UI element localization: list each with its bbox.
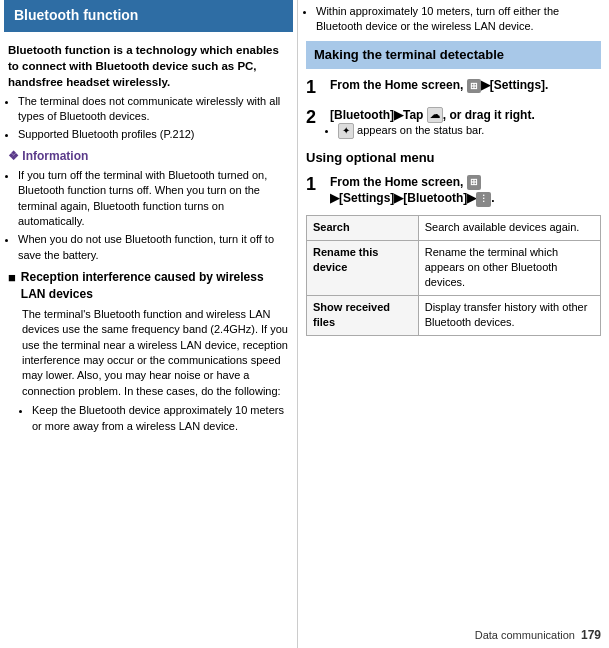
- page-container: Bluetooth function Bluetooth function is…: [0, 0, 609, 648]
- status-bar-icon: ✦: [338, 123, 354, 139]
- continue-bullets: Within approximately 10 meters, turn off…: [316, 4, 601, 35]
- step-2: 2 [Bluetooth]▶Tap ☁, or drag it right. ✦…: [306, 107, 601, 142]
- optional-step-1-content: From the Home screen, ⊞▶[Settings]▶[Blue…: [330, 174, 601, 208]
- optional-table: Search Search available devices again. R…: [306, 215, 601, 335]
- table-cell-label: Search: [307, 216, 419, 240]
- left-content: Bluetooth function is a technology which…: [0, 38, 297, 440]
- page-number: 179: [581, 627, 601, 644]
- left-column: Bluetooth function Bluetooth function is…: [0, 0, 298, 648]
- reception-body: The terminal's Bluetooth function and wi…: [22, 307, 289, 399]
- making-header: Making the terminal detectable: [306, 41, 601, 69]
- bluetooth-toggle-icon: ☁: [427, 107, 443, 123]
- continue-bullet-item: Within approximately 10 meters, turn off…: [316, 4, 601, 35]
- step-2-title: [Bluetooth]▶Tap ☁, or drag it right.: [330, 108, 535, 122]
- info-bullets: If you turn off the terminal with Blueto…: [8, 168, 289, 263]
- main-bullets: The terminal does not communicate wirele…: [18, 94, 289, 142]
- table-cell-value: Display transfer history with other Blue…: [418, 295, 600, 335]
- home-icon: ⊞: [467, 79, 481, 94]
- reception-section: Reception interference caused by wireles…: [8, 269, 289, 434]
- step-number-1: 1: [306, 77, 322, 99]
- step-2-content: [Bluetooth]▶Tap ☁, or drag it right. ✦ a…: [330, 107, 601, 142]
- table-row: Rename this device Rename the terminal w…: [307, 240, 601, 295]
- footer-bar: Data communication 179: [298, 623, 609, 648]
- reception-bullet-item: Keep the Bluetooth device approximately …: [32, 403, 289, 434]
- intro-text: Bluetooth function is a technology which…: [8, 42, 289, 90]
- step-1-title: From the Home screen, ⊞▶[Settings].: [330, 78, 548, 92]
- using-optional-title: Using optional menu: [306, 149, 601, 167]
- step-2-sub: ✦ appears on the status bar.: [338, 123, 601, 139]
- info-bullet-item: If you turn off the terminal with Blueto…: [18, 168, 289, 230]
- table-row: Search Search available devices again.: [307, 216, 601, 240]
- table-row: Show received files Display transfer his…: [307, 295, 601, 335]
- bullet-item: The terminal does not communicate wirele…: [18, 94, 289, 125]
- menu-icon: ⋮: [476, 192, 491, 207]
- step-1: 1 From the Home screen, ⊞▶[Settings].: [306, 77, 601, 99]
- right-content: Within approximately 10 meters, turn off…: [298, 0, 609, 340]
- right-column: Within approximately 10 meters, turn off…: [298, 0, 609, 648]
- step-2-sub-item: ✦ appears on the status bar.: [338, 123, 601, 139]
- reception-bullets: Keep the Bluetooth device approximately …: [32, 403, 289, 434]
- table-cell-value: Rename the terminal which appears on oth…: [418, 240, 600, 295]
- optional-step-number-1: 1: [306, 174, 322, 208]
- info-title: Information: [8, 148, 289, 165]
- step-1-content: From the Home screen, ⊞▶[Settings].: [330, 77, 601, 94]
- optional-step-1: 1 From the Home screen, ⊞▶[Settings]▶[Bl…: [306, 174, 601, 208]
- table-cell-value: Search available devices again.: [418, 216, 600, 240]
- footer-label: Data communication: [475, 628, 575, 643]
- bullet-item: Supported Bluetooth profiles (P.212): [18, 127, 289, 142]
- optional-step-1-title: From the Home screen, ⊞▶[Settings]▶[Blue…: [330, 175, 495, 206]
- table-cell-label: Rename this device: [307, 240, 419, 295]
- home-icon-2: ⊞: [467, 175, 481, 190]
- info-section: Information If you turn off the terminal…: [8, 148, 289, 263]
- table-cell-label: Show received files: [307, 295, 419, 335]
- reception-title: Reception interference caused by wireles…: [8, 269, 289, 303]
- info-bullet-item: When you do not use Bluetooth function, …: [18, 232, 289, 263]
- step-number-2: 2: [306, 107, 322, 129]
- section-header: Bluetooth function: [4, 0, 293, 32]
